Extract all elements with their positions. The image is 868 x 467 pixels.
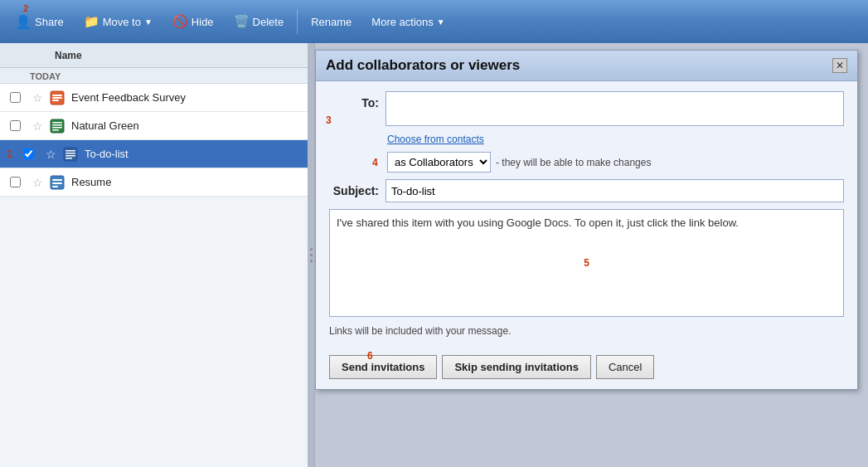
choose-contacts-row: Choose from contacts <box>329 133 844 145</box>
svg-rect-3 <box>52 100 59 101</box>
star-1[interactable]: ☆ <box>27 91 48 105</box>
svg-rect-6 <box>52 124 62 126</box>
to-label: To: <box>329 91 379 109</box>
step-5-badge: 5 <box>584 257 589 269</box>
svg-rect-8 <box>52 129 59 131</box>
share-icon: 👤 <box>15 14 32 30</box>
toolbar: 2 👤 Share 📁 Move to ▼ 🚫 Hide 🗑️ Delete R… <box>0 0 868 43</box>
hide-label: Hide <box>192 16 214 28</box>
sidebar: Name TODAY ☆ <box>0 43 315 467</box>
dialog-overlay: Add collaborators or viewers ✕ 3 To: Cho… <box>315 43 868 467</box>
content-area: Name TODAY ☆ <box>0 43 868 467</box>
share-button[interactable]: 👤 Share <box>7 11 72 33</box>
send-invitations-button[interactable]: Send invitations <box>329 355 437 379</box>
rename-button[interactable]: Rename <box>303 12 360 32</box>
skip-invitations-button[interactable]: Skip sending invitations <box>442 355 591 379</box>
links-note: Links will be included with your message… <box>329 323 844 338</box>
toolbar-divider <box>297 9 298 34</box>
chevron-down-icon: ▼ <box>144 17 153 27</box>
svg-rect-9 <box>64 148 77 161</box>
dialog-buttons: 6 Send invitations Skip sending invitati… <box>316 348 857 389</box>
more-actions-button[interactable]: More actions ▼ <box>363 12 453 32</box>
subject-label: Subject: <box>329 184 379 197</box>
svg-rect-13 <box>65 158 72 159</box>
star-icon-1: ☆ <box>32 91 43 105</box>
file-name-1: Event Feedback Survey <box>71 91 186 104</box>
step-3-badge: 3 <box>326 114 332 126</box>
star-icon-4: ☆ <box>32 176 43 189</box>
to-row: 3 To: <box>329 91 844 126</box>
collab-description: - they will be able to make changes <box>496 157 651 168</box>
share-label: Share <box>35 16 64 28</box>
subject-row: Subject: <box>329 179 844 202</box>
svg-rect-16 <box>52 182 62 184</box>
folder-icon: 📁 <box>84 14 99 29</box>
col-header: Name <box>0 43 314 68</box>
file-name-2: Natural Green <box>71 119 139 132</box>
more-actions-label: More actions <box>371 16 433 28</box>
delete-icon: 🗑️ <box>234 14 250 29</box>
collab-row: 4 as Collaborators as Viewers - they wil… <box>387 152 844 173</box>
to-input[interactable] <box>386 91 844 126</box>
svg-rect-10 <box>65 150 75 152</box>
dialog-title: Add collaborators or viewers <box>326 57 520 74</box>
file-name-4: Resume <box>71 176 111 188</box>
delete-label: Delete <box>253 16 284 28</box>
svg-rect-7 <box>52 127 62 129</box>
checkbox-4[interactable] <box>3 177 27 187</box>
dialog-body: 3 To: Choose from contacts 4 as Collabor… <box>316 81 857 348</box>
checkbox-2[interactable] <box>3 120 27 131</box>
svg-rect-5 <box>52 122 62 124</box>
splitter-dot-3 <box>310 260 313 262</box>
svg-rect-12 <box>65 155 75 157</box>
dialog-titlebar: Add collaborators or viewers ✕ <box>316 51 857 81</box>
star-icon-3: ☆ <box>46 148 56 161</box>
file-row-2[interactable]: ☆ Natural Green <box>0 112 314 140</box>
checkbox-1[interactable] <box>3 92 27 103</box>
delete-button[interactable]: 🗑️ Delete <box>225 11 293 32</box>
step-2-badge: 2 <box>23 3 28 13</box>
file-icon-2 <box>48 118 66 134</box>
checkbox-3[interactable] <box>17 148 40 159</box>
star-3[interactable]: ☆ <box>40 148 61 161</box>
dialog-close-button[interactable]: ✕ <box>832 58 847 73</box>
hide-icon: 🚫 <box>172 14 188 29</box>
message-area[interactable]: I've shared this item with you using Goo… <box>329 209 844 317</box>
cancel-button[interactable]: Cancel <box>596 355 654 379</box>
subject-input[interactable] <box>386 179 844 202</box>
star-2[interactable]: ☆ <box>27 119 48 133</box>
file-icon-4 <box>48 174 66 191</box>
rename-label: Rename <box>311 16 352 28</box>
hide-button[interactable]: 🚫 Hide <box>164 11 222 32</box>
svg-rect-11 <box>65 153 75 154</box>
svg-rect-17 <box>52 186 58 187</box>
svg-rect-4 <box>51 119 64 133</box>
step-6-badge: 6 <box>367 350 373 362</box>
section-today: TODAY <box>0 68 314 84</box>
file-name-3: To-do-list <box>85 148 129 160</box>
splitter-dot-1 <box>310 248 313 251</box>
file-icon-3 <box>61 146 80 163</box>
star-4[interactable]: ☆ <box>27 176 48 189</box>
svg-rect-2 <box>52 97 62 99</box>
vertical-splitter[interactable] <box>308 43 314 467</box>
svg-rect-15 <box>52 179 62 181</box>
collaborator-type-select[interactable]: as Collaborators as Viewers <box>387 152 491 173</box>
choose-contacts-link[interactable]: Choose from contacts <box>387 134 484 145</box>
file-row-1[interactable]: ☆ Event Feedback Survey <box>0 84 314 112</box>
splitter-dot-2 <box>310 254 313 256</box>
app-container: 2 👤 Share 📁 Move to ▼ 🚫 Hide 🗑️ Delete R… <box>0 0 868 467</box>
move-to-label: Move to <box>103 16 141 28</box>
file-row-3[interactable]: 1 ☆ <box>0 140 314 168</box>
file-row-4[interactable]: ☆ Resume <box>0 168 314 197</box>
star-icon-2: ☆ <box>32 119 43 133</box>
move-to-button[interactable]: 📁 Move to ▼ <box>75 11 161 32</box>
add-collaborators-dialog: Add collaborators or viewers ✕ 3 To: Cho… <box>315 50 858 390</box>
message-text: I've shared this item with you using Goo… <box>337 216 739 229</box>
step-1-badge: 1 <box>7 148 12 160</box>
chevron-down-icon-2: ▼ <box>437 17 445 27</box>
step-4-badge: 4 <box>372 157 378 168</box>
svg-rect-1 <box>52 95 62 96</box>
file-icon-1 <box>48 90 66 106</box>
col-name-label: Name <box>51 50 82 61</box>
